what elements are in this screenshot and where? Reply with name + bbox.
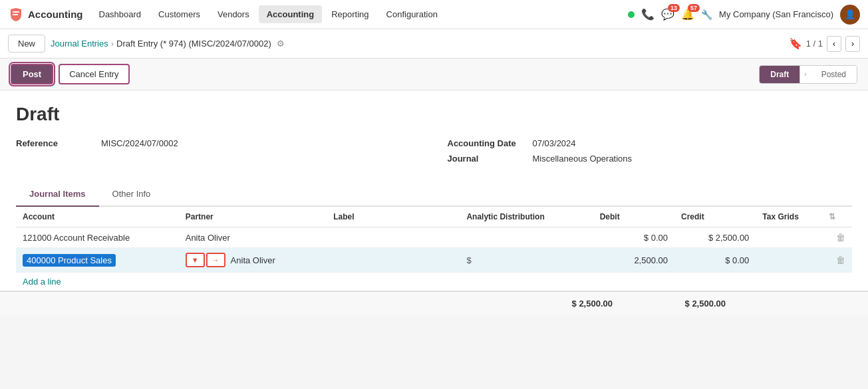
top-right-actions: 📞 💬 13 🔔 57 🔧 My Company (San Francisco)…	[628, 5, 860, 25]
settings-gear-icon[interactable]: ⚙	[277, 39, 285, 49]
analytic-cell-1[interactable]	[460, 227, 593, 248]
delete-row-2-icon[interactable]: 🗑	[836, 255, 845, 265]
debit-prefix-1: $	[644, 233, 649, 243]
status-separator: ›	[799, 66, 810, 83]
accounting-date-value[interactable]: 07/03/2024	[533, 138, 576, 148]
accounting-date-label: Accounting Date	[448, 138, 527, 148]
delete-cell-1: 🗑	[822, 227, 852, 248]
breadcrumb: Journal Entries › Draft Entry (* 974) (M…	[51, 39, 285, 49]
credit-prefix-1: $	[708, 233, 713, 243]
phone-icon[interactable]: 📞	[641, 8, 654, 21]
breadcrumb-current: Draft Entry (* 974) (MISC/2024/07/0002)	[116, 39, 271, 49]
inline-action-buttons: ▼ → Anita Oliver	[186, 253, 320, 267]
table-body: 121000 Account Receivable Anita Oliver $…	[16, 227, 852, 273]
th-sort: ⇅	[822, 207, 852, 227]
breadcrumb-bar: New Journal Entries › Draft Entry (* 974…	[0, 29, 868, 59]
account-cell-1[interactable]: 121000 Account Receivable	[16, 227, 179, 248]
tab-journal-items[interactable]: Journal Items	[16, 182, 99, 207]
partner-cell-1[interactable]: Anita Oliver	[179, 227, 327, 248]
status-draft[interactable]: Draft	[760, 66, 799, 83]
form-right-col: Accounting Date 07/03/2024 Journal Misce…	[448, 138, 853, 169]
total-debit: $ 2,500.00	[539, 299, 613, 309]
journal-value[interactable]: Miscellaneous Operations	[533, 154, 633, 164]
online-status-dot	[628, 11, 635, 18]
tabs: Journal Items Other Info	[16, 182, 852, 207]
nav-vendors[interactable]: Vendors	[210, 5, 257, 23]
analytic-cell-2[interactable]: $	[460, 248, 593, 273]
delete-row-1-icon[interactable]: 🗑	[836, 232, 845, 243]
chat-badge: 13	[668, 4, 680, 12]
chat-icon[interactable]: 💬 13	[661, 8, 674, 21]
analytic-dollar-2: $	[466, 255, 471, 265]
navigate-btn[interactable]: →	[206, 253, 225, 267]
next-record-button[interactable]: ›	[845, 36, 860, 52]
journal-row: Journal Miscellaneous Operations	[448, 154, 853, 164]
totals-row: $ 2,500.00 $ 2,500.00	[0, 292, 868, 315]
post-button[interactable]: Post	[11, 64, 53, 84]
nav-customers[interactable]: Customers	[150, 5, 208, 23]
cancel-entry-button[interactable]: Cancel Entry	[59, 64, 129, 84]
accounting-date-row: Accounting Date 07/03/2024	[448, 138, 853, 148]
nav-dashboard[interactable]: Dashboard	[91, 5, 150, 23]
nav-accounting[interactable]: Accounting	[259, 5, 323, 23]
nav-menu: Dashboard Customers Vendors Accounting R…	[91, 5, 626, 23]
debit-cell-1: $ 0.00	[593, 227, 674, 248]
activity-icon[interactable]: 🔔 57	[681, 8, 694, 21]
account-cell-2[interactable]: 400000 Product Sales	[16, 248, 179, 273]
nav-reporting[interactable]: Reporting	[323, 5, 376, 23]
table-header-row: Account Partner Label Analytic Distribut…	[16, 207, 852, 227]
th-account: Account	[16, 207, 179, 227]
partner-name-2: Anita Oliver	[231, 255, 275, 265]
label-cell-2[interactable]	[327, 248, 460, 273]
sort-icon[interactable]: ⇅	[829, 212, 835, 221]
top-navigation: Accounting Dashboard Customers Vendors A…	[0, 0, 868, 29]
form-left-col: Reference MISC/2024/07/0002	[16, 138, 421, 169]
status-posted[interactable]: Posted	[811, 66, 857, 83]
company-name: My Company (San Francisco)	[719, 9, 833, 19]
th-label: Label	[327, 207, 460, 227]
tax-cell-2[interactable]	[756, 248, 822, 273]
table-row: 400000 Product Sales ▼ → Anita Oliver $ …	[16, 248, 852, 273]
th-credit: Credit	[674, 207, 756, 227]
add-line-button[interactable]: Add a line	[16, 273, 68, 291]
credit-cell-1: $ 2,500.00	[674, 227, 756, 248]
new-button[interactable]: New	[8, 35, 45, 53]
journal-label: Journal	[448, 154, 527, 164]
reference-row: Reference MISC/2024/07/0002	[16, 138, 421, 148]
total-credit: $ 2,500.00	[652, 299, 726, 309]
status-bar: Draft › Posted	[759, 65, 857, 84]
bookmark-icon[interactable]: 🔖	[789, 37, 802, 50]
debit-cell-2: 2,500.00	[593, 248, 674, 273]
app-logo[interactable]: Accounting	[8, 7, 83, 23]
nav-configuration[interactable]: Configuration	[378, 5, 446, 23]
journal-table: Account Partner Label Analytic Distribut…	[16, 207, 852, 273]
pagination-controls: 🔖 1 / 1 ‹ ›	[789, 36, 860, 52]
delete-cell-2: 🗑	[822, 248, 852, 273]
credit-cell-2: $ 0.00	[674, 248, 756, 273]
partner-cell-2: ▼ → Anita Oliver	[179, 248, 327, 273]
document-title: Draft	[16, 104, 852, 125]
user-avatar[interactable]: 👤	[840, 5, 860, 25]
label-cell-1[interactable]	[327, 227, 460, 248]
breadcrumb-parent[interactable]: Journal Entries	[51, 39, 108, 49]
breadcrumb-separator: ›	[111, 39, 114, 49]
dropdown-btn[interactable]: ▼	[186, 253, 205, 267]
reference-value[interactable]: MISC/2024/07/0002	[101, 138, 178, 148]
th-partner: Partner	[179, 207, 327, 227]
table-row: 121000 Account Receivable Anita Oliver $…	[16, 227, 852, 248]
action-buttons: Post Cancel Entry	[11, 64, 130, 84]
tab-other-info[interactable]: Other Info	[99, 182, 164, 207]
tax-cell-1[interactable]	[756, 227, 822, 248]
selected-account-label[interactable]: 400000 Product Sales	[23, 254, 116, 267]
reference-label: Reference	[16, 138, 96, 148]
main-content: Draft Reference MISC/2024/07/0002 Accoun…	[0, 90, 868, 291]
action-bar: Post Cancel Entry Draft › Posted	[0, 59, 868, 90]
credit-value-2: 0.00	[732, 255, 749, 265]
th-debit: Debit	[593, 207, 674, 227]
table-footer: $ 2,500.00 $ 2,500.00	[0, 291, 868, 315]
th-tax-grids: Tax Grids	[756, 207, 822, 227]
prev-record-button[interactable]: ‹	[827, 36, 841, 52]
activity-badge: 57	[688, 4, 700, 12]
settings-icon[interactable]: 🔧	[701, 9, 712, 20]
th-analytic: Analytic Distribution	[460, 207, 593, 227]
